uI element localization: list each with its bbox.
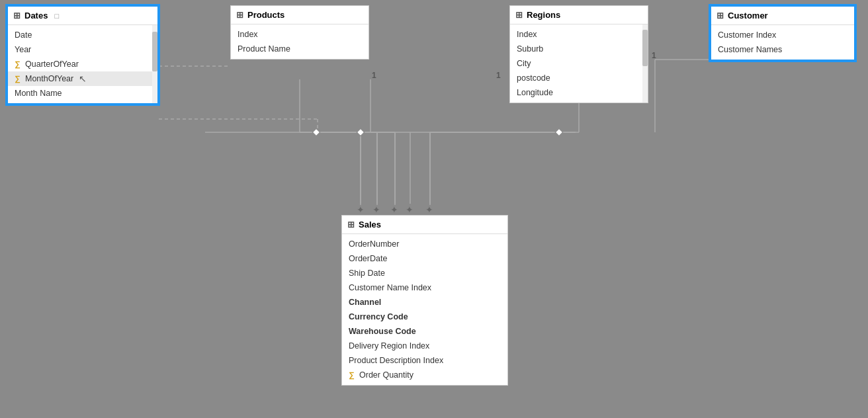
svg-text:1: 1 — [372, 71, 376, 80]
sales-field-channel[interactable]: Channel — [342, 295, 507, 310]
sales-table[interactable]: ⊞ Sales OrderNumber OrderDate Ship Date … — [341, 215, 508, 386]
sales-field-warehousecode[interactable]: Warehouse Code — [342, 324, 507, 339]
dates-table-title: Dates — [24, 11, 48, 21]
sales-field-deliveryregionindex[interactable]: Delivery Region Index — [342, 339, 507, 353]
regions-field-city[interactable]: City — [510, 56, 648, 71]
regions-field-suburb[interactable]: Suburb — [510, 42, 648, 56]
regions-table-header: ⊞ Regions — [510, 6, 648, 24]
sales-table-title: Sales — [359, 220, 381, 230]
sigma-icon-month: ∑ — [15, 74, 22, 83]
sales-channel-label: Channel — [349, 298, 381, 307]
products-table[interactable]: ⊞ Products Index Product Name — [230, 5, 369, 60]
products-field-productname[interactable]: Product Name — [231, 42, 369, 56]
sales-field-orderdate[interactable]: OrderDate — [342, 251, 507, 266]
svg-text:✦: ✦ — [372, 204, 380, 215]
svg-text:1: 1 — [496, 71, 501, 80]
sales-field-orderquantity[interactable]: ∑ Order Quantity — [342, 368, 507, 382]
products-grid-icon: ⊞ — [236, 10, 243, 20]
sigma-icon-orderqty: ∑ — [349, 370, 357, 380]
customer-table[interactable]: ⊞ Customer Customer Index Customer Names — [710, 5, 855, 61]
dates-table-header: ⊞ Dates □ — [8, 7, 157, 25]
cursor-icon: ↖ — [79, 73, 87, 84]
sales-grid-icon: ⊞ — [347, 220, 355, 230]
dates-quarterofyear-label: QuarterOfYear — [25, 60, 79, 69]
sales-orderquantity-label: Order Quantity — [359, 370, 413, 380]
dates-date-label: Date — [15, 30, 32, 40]
svg-text:✦: ✦ — [357, 204, 365, 215]
customer-table-header: ⊞ Customer — [711, 7, 854, 25]
svg-rect-25 — [555, 128, 562, 136]
dates-table[interactable]: ⊞ Dates □ Date Year ∑ QuarterOfYear ∑ Mo… — [7, 5, 159, 104]
dates-field-monthname[interactable]: Month Name — [8, 86, 157, 101]
sales-customernameindex-label: Customer Name Index — [349, 283, 431, 292]
dates-field-year[interactable]: Year — [8, 42, 157, 57]
sales-field-ordernumber[interactable]: OrderNumber — [342, 237, 507, 251]
sales-orderdate-label: OrderDate — [349, 254, 387, 263]
dates-field-monthofyear[interactable]: ∑ MonthOfYear ↖ — [8, 71, 157, 86]
sales-shipdate-label: Ship Date — [349, 269, 385, 278]
svg-text:✦: ✦ — [425, 204, 433, 215]
svg-text:✦: ✦ — [406, 204, 413, 215]
sales-productdescindex-label: Product Description Index — [349, 356, 443, 365]
sales-deliveryregionindex-label: Delivery Region Index — [349, 341, 429, 351]
customer-index-label: Customer Index — [718, 30, 776, 40]
table-grid-icon: ⊞ — [13, 11, 21, 21]
sales-table-body: OrderNumber OrderDate Ship Date Customer… — [342, 234, 507, 385]
dates-scrollbar[interactable] — [152, 25, 157, 103]
products-index-label: Index — [238, 30, 258, 39]
products-table-body: Index Product Name — [231, 24, 369, 59]
dates-year-label: Year — [15, 45, 31, 54]
sales-warehousecode-label: Warehouse Code — [349, 327, 416, 336]
products-field-index[interactable]: Index — [231, 27, 369, 42]
svg-text:1: 1 — [652, 51, 656, 60]
sales-field-shipdate[interactable]: Ship Date — [342, 266, 507, 280]
customer-names-label: Customer Names — [718, 45, 782, 54]
products-productname-label: Product Name — [238, 44, 290, 54]
customer-field-names[interactable]: Customer Names — [711, 42, 854, 57]
regions-field-longitude[interactable]: Longitude — [510, 85, 648, 100]
svg-text:✦: ✦ — [390, 204, 398, 215]
dates-scrollbar-thumb[interactable] — [152, 32, 157, 71]
regions-scrollbar[interactable] — [642, 24, 648, 103]
dates-field-quarterofyear[interactable]: ∑ QuarterOfYear — [8, 57, 157, 71]
dates-field-date[interactable]: Date — [8, 28, 157, 42]
regions-longitude-label: Longitude — [517, 88, 553, 97]
regions-table-body: Index Suburb City postcode Longitude — [510, 24, 648, 103]
customer-field-index[interactable]: Customer Index — [711, 28, 854, 42]
customer-table-body: Customer Index Customer Names — [711, 25, 854, 60]
products-table-header: ⊞ Products — [231, 6, 369, 24]
sales-ordernumber-label: OrderNumber — [349, 239, 399, 249]
dates-table-body: Date Year ∑ QuarterOfYear ∑ MonthOfYear … — [8, 25, 157, 103]
sales-field-currencycode[interactable]: Currency Code — [342, 310, 507, 324]
regions-field-postcode[interactable]: postcode — [510, 71, 648, 85]
dates-monthofyear-label: MonthOfYear — [25, 74, 73, 83]
products-table-title: Products — [247, 10, 284, 20]
sales-field-productdescindex[interactable]: Product Description Index — [342, 353, 507, 368]
regions-field-index[interactable]: Index — [510, 27, 648, 42]
customer-table-title: Customer — [728, 11, 768, 21]
sigma-icon-quarter: ∑ — [15, 60, 22, 69]
regions-table-title: Regions — [527, 10, 560, 20]
regions-scrollbar-thumb[interactable] — [642, 30, 648, 66]
svg-rect-24 — [357, 128, 364, 136]
sales-field-customernameindex[interactable]: Customer Name Index — [342, 280, 507, 295]
sales-table-header: ⊞ Sales — [342, 216, 507, 234]
dates-monthname-label: Month Name — [15, 89, 62, 98]
regions-suburb-label: Suburb — [517, 44, 543, 54]
regions-city-label: City — [517, 59, 531, 68]
regions-index-label: Index — [517, 30, 537, 39]
regions-grid-icon: ⊞ — [515, 10, 523, 20]
sales-currencycode-label: Currency Code — [349, 312, 408, 321]
regions-table[interactable]: ⊞ Regions Index Suburb City postcode Lon… — [509, 5, 648, 103]
customer-grid-icon: ⊞ — [716, 11, 724, 21]
regions-postcode-label: postcode — [517, 73, 550, 83]
svg-rect-23 — [312, 128, 320, 136]
